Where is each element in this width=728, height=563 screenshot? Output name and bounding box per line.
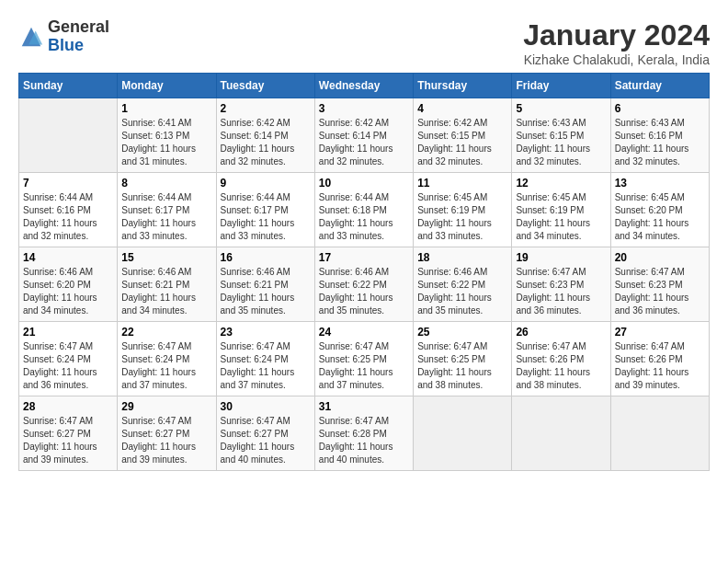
calendar-cell: 24Sunrise: 6:47 AMSunset: 6:25 PMDayligh… [314,322,413,396]
day-info: Sunrise: 6:47 AMSunset: 6:24 PMDaylight:… [121,340,211,392]
day-info: Sunrise: 6:44 AMSunset: 6:18 PMDaylight:… [319,191,409,243]
calendar-body: 1Sunrise: 6:41 AMSunset: 6:13 PMDaylight… [19,98,710,471]
day-number: 31 [319,400,409,413]
day-info: Sunrise: 6:47 AMSunset: 6:27 PMDaylight:… [23,415,113,466]
day-info: Sunrise: 6:47 AMSunset: 6:24 PMDaylight:… [221,340,311,392]
day-number: 14 [23,251,113,264]
day-number: 20 [615,251,705,264]
day-info: Sunrise: 6:41 AMSunset: 6:13 PMDaylight:… [121,117,211,168]
day-info: Sunrise: 6:47 AMSunset: 6:25 PMDaylight:… [417,340,507,392]
day-info: Sunrise: 6:46 AMSunset: 6:21 PMDaylight:… [121,266,211,317]
logo-general: General [48,18,109,37]
calendar-cell: 6Sunrise: 6:43 AMSunset: 6:16 PMDaylight… [610,98,709,173]
calendar-cell: 3Sunrise: 6:42 AMSunset: 6:14 PMDaylight… [314,98,413,173]
day-number: 3 [319,102,409,115]
day-info: Sunrise: 6:47 AMSunset: 6:27 PMDaylight:… [121,415,211,466]
calendar-cell: 30Sunrise: 6:47 AMSunset: 6:27 PMDayligh… [216,396,314,471]
calendar-cell: 10Sunrise: 6:44 AMSunset: 6:18 PMDayligh… [314,173,413,247]
day-number: 22 [121,326,211,339]
day-info: Sunrise: 6:46 AMSunset: 6:22 PMDaylight:… [319,266,409,317]
calendar-cell: 16Sunrise: 6:46 AMSunset: 6:21 PMDayligh… [216,247,314,322]
logo-text: General Blue [48,18,109,55]
day-number: 16 [221,251,311,264]
calendar-cell: 29Sunrise: 6:47 AMSunset: 6:27 PMDayligh… [118,396,216,471]
logo-blue: Blue [48,37,109,55]
day-number: 8 [121,177,211,190]
header-friday: Friday [512,74,610,98]
calendar-cell: 11Sunrise: 6:45 AMSunset: 6:19 PMDayligh… [414,173,512,247]
day-number: 25 [417,326,507,339]
day-number: 17 [319,251,409,264]
location-subtitle: Kizhake Chalakudi, Kerala, India [523,52,710,67]
calendar-cell [512,396,610,471]
calendar-cell: 8Sunrise: 6:44 AMSunset: 6:17 PMDaylight… [118,173,216,247]
day-info: Sunrise: 6:43 AMSunset: 6:16 PMDaylight:… [615,117,705,168]
header-saturday: Saturday [610,74,709,98]
day-number: 29 [121,400,211,413]
calendar-cell: 28Sunrise: 6:47 AMSunset: 6:27 PMDayligh… [19,396,118,471]
day-info: Sunrise: 6:44 AMSunset: 6:17 PMDaylight:… [221,191,311,243]
month-year-title: January 2024 [523,18,710,52]
day-info: Sunrise: 6:42 AMSunset: 6:14 PMDaylight:… [319,117,409,168]
day-number: 2 [221,102,311,115]
day-number: 13 [615,177,705,190]
day-info: Sunrise: 6:47 AMSunset: 6:24 PMDaylight:… [23,340,113,392]
week-row-4: 21Sunrise: 6:47 AMSunset: 6:24 PMDayligh… [19,322,710,396]
calendar-cell: 9Sunrise: 6:44 AMSunset: 6:17 PMDaylight… [216,173,314,247]
calendar-cell: 7Sunrise: 6:44 AMSunset: 6:16 PMDaylight… [19,173,118,247]
calendar-cell: 19Sunrise: 6:47 AMSunset: 6:23 PMDayligh… [512,247,610,322]
calendar-cell: 25Sunrise: 6:47 AMSunset: 6:25 PMDayligh… [414,322,512,396]
day-info: Sunrise: 6:44 AMSunset: 6:16 PMDaylight:… [23,191,113,243]
day-number: 28 [23,400,113,413]
day-number: 12 [516,177,606,190]
calendar-cell: 31Sunrise: 6:47 AMSunset: 6:28 PMDayligh… [314,396,413,471]
day-info: Sunrise: 6:47 AMSunset: 6:28 PMDaylight:… [319,415,409,466]
calendar-cell: 1Sunrise: 6:41 AMSunset: 6:13 PMDaylight… [118,98,216,173]
logo-icon [18,24,44,50]
calendar-header: SundayMondayTuesdayWednesdayThursdayFrid… [19,74,710,98]
day-info: Sunrise: 6:47 AMSunset: 6:26 PMDaylight:… [615,340,705,392]
day-number: 15 [121,251,211,264]
week-row-2: 7Sunrise: 6:44 AMSunset: 6:16 PMDaylight… [19,173,710,247]
day-info: Sunrise: 6:42 AMSunset: 6:14 PMDaylight:… [221,117,311,168]
day-info: Sunrise: 6:47 AMSunset: 6:23 PMDaylight:… [615,266,705,317]
calendar-cell: 27Sunrise: 6:47 AMSunset: 6:26 PMDayligh… [610,322,709,396]
day-number: 1 [121,102,211,115]
page-header: General Blue January 2024 Kizhake Chalak… [18,18,710,67]
day-info: Sunrise: 6:46 AMSunset: 6:21 PMDaylight:… [221,266,311,317]
calendar-cell [19,98,118,173]
day-number: 11 [417,177,507,190]
day-info: Sunrise: 6:47 AMSunset: 6:27 PMDaylight:… [221,415,311,466]
header-thursday: Thursday [414,74,512,98]
day-info: Sunrise: 6:46 AMSunset: 6:22 PMDaylight:… [417,266,507,317]
day-info: Sunrise: 6:42 AMSunset: 6:15 PMDaylight:… [417,117,507,168]
calendar-cell: 22Sunrise: 6:47 AMSunset: 6:24 PMDayligh… [118,322,216,396]
calendar-cell: 21Sunrise: 6:47 AMSunset: 6:24 PMDayligh… [19,322,118,396]
calendar-cell: 4Sunrise: 6:42 AMSunset: 6:15 PMDaylight… [414,98,512,173]
day-number: 23 [221,326,311,339]
day-number: 27 [615,326,705,339]
day-info: Sunrise: 6:45 AMSunset: 6:20 PMDaylight:… [615,191,705,243]
calendar-cell: 14Sunrise: 6:46 AMSunset: 6:20 PMDayligh… [19,247,118,322]
header-row: SundayMondayTuesdayWednesdayThursdayFrid… [19,74,710,98]
day-info: Sunrise: 6:45 AMSunset: 6:19 PMDaylight:… [417,191,507,243]
day-info: Sunrise: 6:44 AMSunset: 6:17 PMDaylight:… [121,191,211,243]
calendar-cell: 12Sunrise: 6:45 AMSunset: 6:19 PMDayligh… [512,173,610,247]
calendar-cell [610,396,709,471]
day-number: 21 [23,326,113,339]
day-number: 6 [615,102,705,115]
calendar-cell: 18Sunrise: 6:46 AMSunset: 6:22 PMDayligh… [414,247,512,322]
day-number: 9 [221,177,311,190]
week-row-3: 14Sunrise: 6:46 AMSunset: 6:20 PMDayligh… [19,247,710,322]
calendar-cell: 13Sunrise: 6:45 AMSunset: 6:20 PMDayligh… [610,173,709,247]
week-row-5: 28Sunrise: 6:47 AMSunset: 6:27 PMDayligh… [19,396,710,471]
day-number: 19 [516,251,606,264]
calendar-cell: 15Sunrise: 6:46 AMSunset: 6:21 PMDayligh… [118,247,216,322]
header-wednesday: Wednesday [314,74,413,98]
calendar-cell: 5Sunrise: 6:43 AMSunset: 6:15 PMDaylight… [512,98,610,173]
day-number: 10 [319,177,409,190]
day-number: 26 [516,326,606,339]
day-info: Sunrise: 6:43 AMSunset: 6:15 PMDaylight:… [516,117,606,168]
header-tuesday: Tuesday [216,74,314,98]
calendar-cell: 26Sunrise: 6:47 AMSunset: 6:26 PMDayligh… [512,322,610,396]
